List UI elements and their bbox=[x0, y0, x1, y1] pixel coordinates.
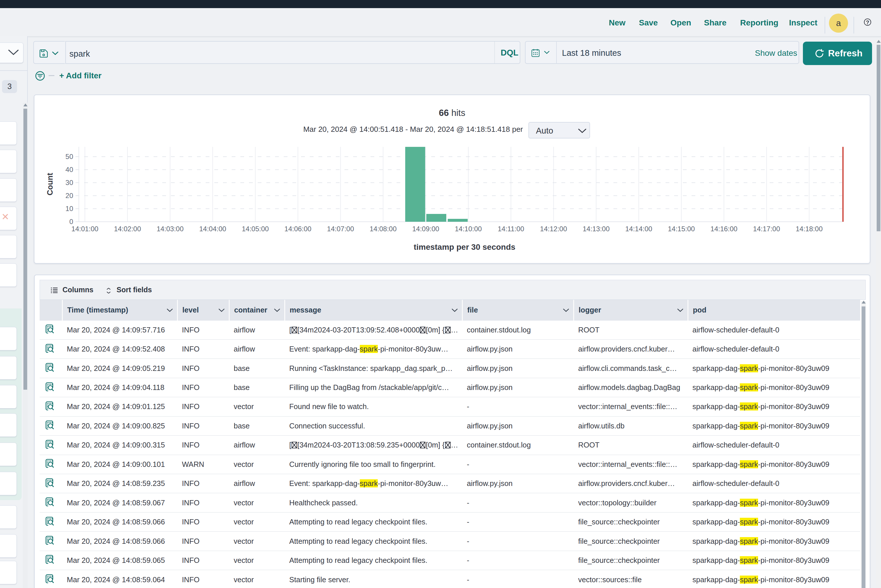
svg-text:14:03:00: 14:03:00 bbox=[156, 225, 183, 233]
svg-text:14:18:00: 14:18:00 bbox=[796, 225, 822, 233]
svg-text:14:13:00: 14:13:00 bbox=[582, 225, 609, 233]
svg-text:14:17:00: 14:17:00 bbox=[753, 225, 780, 233]
svg-text:14:15:00: 14:15:00 bbox=[668, 225, 695, 233]
svg-text:14:09:00: 14:09:00 bbox=[412, 225, 439, 233]
svg-text:14:14:00: 14:14:00 bbox=[625, 225, 652, 233]
svg-text:14:11:00: 14:11:00 bbox=[498, 225, 525, 233]
svg-text:14:02:00: 14:02:00 bbox=[114, 225, 141, 233]
svg-text:14:05:00: 14:05:00 bbox=[242, 225, 269, 233]
svg-text:0: 0 bbox=[69, 218, 73, 225]
svg-text:Count: Count bbox=[46, 173, 54, 195]
svg-text:10: 10 bbox=[65, 205, 73, 213]
svg-text:14:07:00: 14:07:00 bbox=[327, 225, 354, 233]
svg-text:14:10:00: 14:10:00 bbox=[455, 225, 481, 233]
svg-text:40: 40 bbox=[65, 166, 73, 174]
svg-text:14:06:00: 14:06:00 bbox=[284, 225, 311, 233]
svg-text:14:04:00: 14:04:00 bbox=[199, 225, 226, 233]
svg-text:14:16:00: 14:16:00 bbox=[710, 225, 737, 233]
svg-text:14:01:00: 14:01:00 bbox=[71, 225, 98, 233]
svg-text:14:08:00: 14:08:00 bbox=[370, 225, 397, 233]
svg-text:14:12:00: 14:12:00 bbox=[540, 225, 567, 233]
svg-text:30: 30 bbox=[65, 178, 73, 186]
svg-text:20: 20 bbox=[65, 192, 73, 200]
svg-text:50: 50 bbox=[65, 153, 73, 160]
svg-text:timestamp per 30 seconds: timestamp per 30 seconds bbox=[413, 243, 516, 252]
